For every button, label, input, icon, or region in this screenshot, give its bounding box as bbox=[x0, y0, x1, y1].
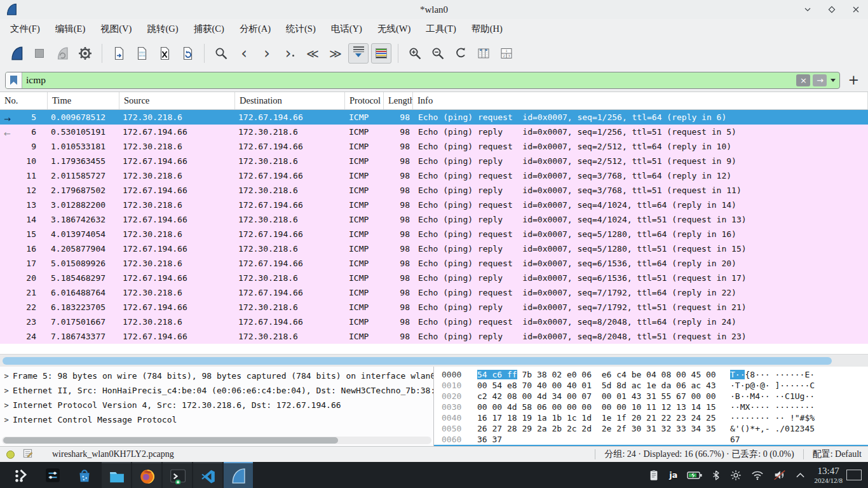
hex-row[interactable]: 001000 54 e8 70 40 00 40 01 5d 8d ac 1e … bbox=[442, 381, 868, 391]
taskbar-clock[interactable]: 13:47 2024/12/8 bbox=[814, 466, 843, 484]
expand-arrow-icon[interactable]: > bbox=[0, 401, 13, 410]
expand-arrow-icon[interactable]: > bbox=[0, 416, 13, 424]
filter-dropdown-caret[interactable] bbox=[831, 79, 836, 85]
wifi-icon[interactable] bbox=[751, 470, 764, 480]
packet-details-pane[interactable]: >Frame 5: 98 bytes on wire (784 bits), 9… bbox=[0, 367, 434, 446]
maximize-button[interactable] bbox=[826, 4, 837, 15]
zoom-out-button[interactable] bbox=[428, 43, 448, 64]
taskbar-app-wireshark[interactable] bbox=[224, 462, 253, 488]
column-header-length[interactable]: Length bbox=[384, 92, 413, 109]
menu-item-1[interactable]: 编辑(E) bbox=[48, 20, 93, 37]
packet-row[interactable]: 143.186742632172.67.194.66172.30.218.6IC… bbox=[0, 212, 868, 227]
hex-row[interactable]: 000054 c6 ff 7b 38 02 e0 06 e6 c4 be 04 … bbox=[442, 370, 868, 381]
packet-list-hscrollbar[interactable] bbox=[0, 354, 868, 367]
taskbar-app-launcher[interactable] bbox=[6, 462, 36, 488]
minimize-button[interactable] bbox=[802, 4, 813, 15]
go-last-button[interactable]: ≫ bbox=[325, 43, 346, 64]
packet-bytes-pane[interactable]: 000054 c6 ff 7b 38 02 e0 06 e6 c4 be 04 … bbox=[434, 367, 868, 446]
packet-row[interactable]: 164.205877904172.67.194.66172.30.218.6IC… bbox=[0, 241, 868, 256]
column-header-time[interactable]: Time bbox=[48, 92, 119, 109]
packet-row[interactable]: ←60.530105191172.67.194.66172.30.218.6IC… bbox=[0, 125, 868, 139]
show-desktop-button[interactable] bbox=[846, 470, 862, 480]
hex-row[interactable]: 004016 17 18 19 1a 1b 1c 1d 1e 1f 20 21 … bbox=[442, 413, 868, 424]
taskbar-app-discover[interactable] bbox=[70, 462, 99, 488]
battery-icon[interactable] bbox=[687, 470, 702, 480]
hex-row[interactable]: 0020c2 42 08 00 4d 34 00 07 00 01 43 31 … bbox=[442, 391, 868, 402]
colorize-button[interactable] bbox=[371, 43, 391, 64]
stop-capture-button[interactable] bbox=[29, 43, 50, 64]
bluetooth-icon[interactable] bbox=[712, 470, 721, 480]
profile-label[interactable]: 配置: Default bbox=[813, 449, 862, 460]
zoom-reset-button[interactable] bbox=[451, 43, 471, 64]
packet-row[interactable]: 133.012882200172.30.218.6172.67.194.66IC… bbox=[0, 198, 868, 212]
find-packet-button[interactable] bbox=[211, 43, 231, 64]
clipboard-icon[interactable] bbox=[648, 470, 660, 481]
brightness-icon[interactable] bbox=[730, 470, 742, 481]
menu-item-6[interactable]: 统计(S) bbox=[278, 20, 323, 37]
menu-item-5[interactable]: 分析(A) bbox=[232, 20, 278, 37]
column-header-info[interactable]: Info bbox=[413, 92, 868, 109]
open-file-button[interactable] bbox=[109, 43, 129, 64]
menu-item-10[interactable]: 帮助(H) bbox=[464, 20, 510, 37]
details-hscrollbar[interactable] bbox=[2, 437, 431, 444]
zoom-in-button[interactable] bbox=[405, 43, 425, 64]
column-header-no[interactable]: No. bbox=[0, 92, 48, 109]
resize-columns-button[interactable] bbox=[473, 43, 494, 64]
display-filter-input[interactable]: icmp × → bbox=[5, 72, 840, 89]
menu-item-0[interactable]: 文件(F) bbox=[3, 20, 48, 37]
close-button[interactable] bbox=[850, 4, 862, 15]
close-file-button[interactable] bbox=[154, 43, 175, 64]
packet-row[interactable]: 112.011585727172.30.218.6172.67.194.66IC… bbox=[0, 168, 868, 183]
packet-row[interactable]: 216.016488764172.30.218.6172.67.194.66IC… bbox=[0, 285, 868, 300]
filter-clear-button[interactable]: × bbox=[796, 74, 810, 86]
detail-tree-row[interactable]: >Internet Protocol Version 4, Src: 172.3… bbox=[0, 398, 433, 412]
menu-item-4[interactable]: 捕获(C) bbox=[186, 20, 232, 37]
capture-options-button[interactable] bbox=[75, 43, 95, 64]
volume-muted-icon[interactable] bbox=[773, 470, 786, 480]
go-forward-button[interactable]: › bbox=[257, 43, 277, 64]
hex-row[interactable]: 003000 00 4d 58 06 00 00 00 00 00 10 11 … bbox=[442, 402, 868, 413]
menu-item-8[interactable]: 无线(W) bbox=[370, 20, 418, 37]
packet-row[interactable]: 175.015089926172.30.218.6172.67.194.66IC… bbox=[0, 256, 868, 271]
expand-arrow-icon[interactable]: > bbox=[0, 386, 13, 395]
packet-row[interactable]: 101.179363455172.67.194.66172.30.218.6IC… bbox=[0, 154, 868, 168]
taskbar-app-firefox[interactable] bbox=[132, 462, 161, 488]
taskbar-app-konsole[interactable] bbox=[163, 462, 192, 488]
packet-row[interactable]: 247.186743377172.67.194.66172.30.218.6IC… bbox=[0, 329, 868, 344]
packet-row[interactable]: 122.179687502172.67.194.66172.30.218.6IC… bbox=[0, 183, 868, 198]
menu-item-3[interactable]: 跳转(G) bbox=[139, 20, 186, 37]
packet-row[interactable]: 154.013974054172.30.218.6172.67.194.66IC… bbox=[0, 227, 868, 241]
detail-tree-row[interactable]: >Internet Control Message Protocol bbox=[0, 412, 433, 427]
layout-button[interactable]: 123 bbox=[496, 43, 517, 64]
menu-item-7[interactable]: 电话(Y) bbox=[323, 20, 370, 37]
go-back-button[interactable]: ‹ bbox=[234, 43, 254, 64]
scrollbar-thumb[interactable] bbox=[3, 437, 338, 444]
filter-bookmark-button[interactable] bbox=[6, 72, 22, 88]
save-file-button[interactable]: 01010110 bbox=[132, 43, 152, 64]
packet-row[interactable]: →50.009678512172.30.218.6172.67.194.66IC… bbox=[0, 110, 868, 125]
packet-row[interactable]: 226.183223705172.67.194.66172.30.218.6IC… bbox=[0, 300, 868, 315]
detail-tree-row[interactable]: >Frame 5: 98 bytes on wire (784 bits), 9… bbox=[0, 369, 433, 383]
packet-row[interactable]: 91.010533181172.30.218.6172.67.194.66ICM… bbox=[0, 139, 868, 154]
input-method-icon[interactable]: ja bbox=[669, 470, 677, 480]
go-first-button[interactable]: ≪ bbox=[302, 43, 323, 64]
go-to-packet-button[interactable]: › bbox=[280, 43, 300, 64]
taskbar-app-vscode[interactable] bbox=[193, 462, 222, 488]
column-header-destination[interactable]: Destination bbox=[235, 92, 345, 109]
hex-row[interactable]: 006036 3767 bbox=[442, 435, 868, 445]
scrollbar-thumb[interactable] bbox=[3, 357, 832, 365]
column-header-source[interactable]: Source bbox=[119, 92, 235, 109]
taskbar-app-settings[interactable] bbox=[38, 462, 67, 488]
packet-row[interactable]: 237.017501667172.30.218.6172.67.194.66IC… bbox=[0, 315, 868, 329]
title-bar[interactable]: *wlan0 bbox=[0, 0, 868, 19]
taskbar-app-files[interactable] bbox=[102, 462, 131, 488]
restart-capture-button[interactable] bbox=[52, 43, 72, 64]
reload-file-button[interactable] bbox=[177, 43, 198, 64]
expert-info-icon[interactable] bbox=[6, 451, 15, 459]
column-header-protocol[interactable]: Protocol bbox=[345, 92, 384, 109]
expand-arrow-icon[interactable]: > bbox=[0, 372, 13, 381]
hex-row[interactable]: 005026 27 28 29 2a 2b 2c 2d 2e 2f 30 31 … bbox=[442, 424, 868, 435]
capture-comment-icon[interactable] bbox=[22, 448, 33, 461]
filter-apply-button[interactable]: → bbox=[813, 74, 827, 86]
detail-tree-row[interactable]: >Ethernet II, Src: HonHaiPrecis_c4:be:04… bbox=[0, 383, 433, 398]
